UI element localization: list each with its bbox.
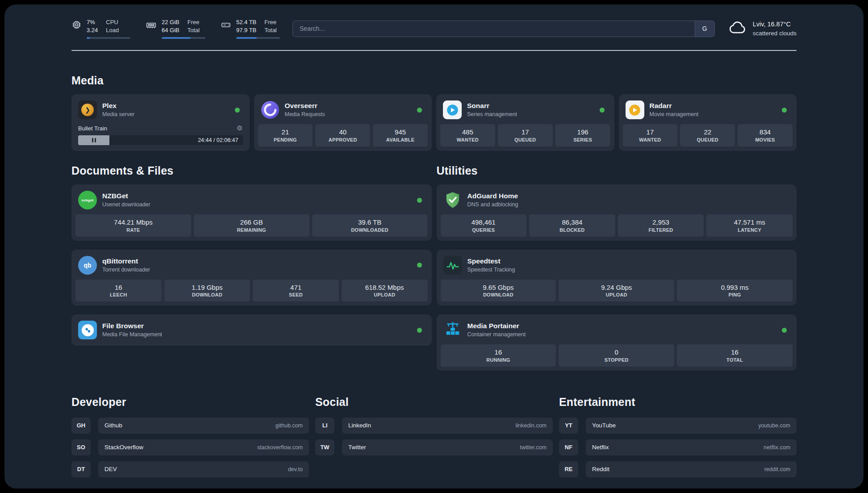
playback-progress-bar[interactable]: 24:44 / 02:06:47 [78, 135, 243, 145]
app-name: Radarr [650, 101, 699, 111]
app-name: qBittorrent [102, 257, 150, 266]
bookmark-pill: DEV dev.to [98, 461, 309, 477]
stat-box: 2,953 FILTERED [618, 214, 704, 237]
bookmark-abbr: LI [315, 418, 334, 434]
app-name: Media Portainer [467, 322, 526, 331]
app-card-speedtest[interactable]: Speedtest Speedtest Tracking 9.65 Gbps D… [437, 250, 797, 306]
documents-section-title: Documents & Files [71, 164, 432, 177]
status-dot [417, 263, 422, 267]
bookmark-abbr: RE [559, 461, 578, 477]
cpu-label: CPU [106, 18, 119, 26]
search-engine-button[interactable]: G [695, 21, 714, 37]
bookmark-pill: Github github.com [98, 418, 309, 434]
memory-progress-bar [162, 37, 205, 39]
filebrowser-icon [78, 321, 97, 339]
section-entertainment: Entertainment YT YouTube youtube.com NF … [559, 396, 797, 477]
stat-box: 40 APPROVED [315, 124, 370, 146]
section-developer: Developer GH Github github.com SO StackO… [71, 396, 309, 477]
app-card-adguard[interactable]: AdGuard Home DNS and adblocking 498,461 … [437, 184, 797, 241]
status-dot [417, 108, 422, 113]
stat-box: 22 QUEUED [680, 124, 735, 146]
pause-icon[interactable] [92, 138, 96, 142]
overseerr-icon [261, 100, 280, 119]
bookmark-netflix[interactable]: NF Netflix netflix.com [559, 439, 797, 455]
stat-box: 9.65 Gbps DOWNLOAD [441, 280, 556, 302]
bookmark-pill: StackOverflow stackoverflow.com [98, 439, 309, 455]
app-name: Speedtest [467, 257, 515, 266]
stat-box: 47.571 ms LATENCY [706, 214, 793, 237]
dashboard: 7% 3.24 CPU Load [4, 4, 864, 489]
app-name: Plex [102, 101, 134, 111]
bookmark-stackoverflow[interactable]: SO StackOverflow stackoverflow.com [71, 439, 309, 455]
stat-box: 471 SEED [253, 280, 339, 302]
section-social: Social LI LinkedIn linkedin.com TW Twitt… [315, 396, 553, 455]
bookmark-pill: Twitter twitter.com [342, 439, 553, 455]
app-desc: Usenet downloader [102, 201, 150, 209]
section-media: Media ❯ Plex Media server Bullet Train ⚙ [71, 74, 797, 151]
bookmark-youtube[interactable]: YT YouTube youtube.com [559, 418, 797, 434]
cpu-percent: 7% [87, 18, 98, 26]
section-documents: Documents & Files nzbget NZBGet Usenet d… [71, 164, 432, 371]
disk-free-value: 52.4 TB [236, 18, 256, 26]
topbar-divider [71, 50, 797, 51]
status-dot [235, 108, 240, 113]
app-desc: Media server [102, 111, 134, 118]
app-desc: Series management [467, 111, 517, 118]
app-card-radarr[interactable]: Radarr Movie management 17 WANTED 22 QUE… [619, 94, 797, 151]
stat-box: 945 AVAILABLE [373, 124, 428, 146]
stat-box: 485 WANTED [440, 124, 495, 146]
status-dot [417, 328, 422, 333]
playback-time: 24:44 / 02:06:47 [198, 137, 238, 143]
stat-box: 9.24 Gbps UPLOAD [559, 280, 674, 302]
cpu-icon [71, 20, 82, 32]
bookmark-pill: YouTube youtube.com [586, 418, 797, 434]
app-card-filebrowser[interactable]: File Browser Media File Management [71, 314, 432, 346]
stat-box: 618.52 Mbps UPLOAD [342, 280, 428, 302]
bookmark-dev[interactable]: DT DEV dev.to [71, 461, 309, 477]
memory-free-value: 22 GiB [162, 18, 179, 26]
stat-box: 0 STOPPED [559, 344, 674, 367]
adguard-icon [443, 191, 462, 209]
bookmark-abbr: NF [559, 439, 578, 455]
bookmark-pill: LinkedIn linkedin.com [342, 418, 553, 434]
gear-icon[interactable]: ⚙ [237, 124, 242, 132]
weather-condition: scattered clouds [753, 29, 797, 38]
developer-section-title: Developer [71, 396, 309, 409]
app-desc: Torrent downloader [102, 266, 150, 274]
weather-location: Lviv, 16.87°C [753, 20, 797, 29]
app-card-qbittorrent[interactable]: qb qBittorrent Torrent downloader 16 LEE… [71, 250, 432, 306]
stat-box: 834 MOVIES [738, 124, 793, 146]
disk-free-label: Free [264, 18, 276, 26]
plex-icon: ❯ [78, 100, 97, 119]
stat-box: 17 QUEUED [498, 124, 553, 146]
search-input[interactable] [293, 21, 695, 37]
stat-box: 16 LEECH [75, 280, 162, 302]
cpu-load-value: 3.24 [87, 26, 98, 34]
disk-icon [221, 20, 231, 32]
bookmark-twitter[interactable]: TW Twitter twitter.com [315, 439, 553, 455]
status-dot [600, 108, 605, 113]
app-card-sonarr[interactable]: Sonarr Series management 485 WANTED 17 Q… [436, 94, 614, 151]
stat-box: 196 SERIES [555, 124, 610, 146]
status-dot [782, 108, 787, 113]
system-stats: 7% 3.24 CPU Load [71, 18, 280, 39]
bookmark-linkedin[interactable]: LI LinkedIn linkedin.com [315, 418, 553, 434]
bookmark-github[interactable]: GH Github github.com [71, 418, 309, 434]
portainer-icon [443, 321, 462, 339]
app-card-overseerr[interactable]: Overseerr Media Requests 21 PENDING 40 A… [254, 94, 432, 151]
app-card-nzbget[interactable]: nzbget NZBGet Usenet downloader 744.21 M… [71, 184, 432, 241]
weather-widget: Lviv, 16.87°C scattered clouds [727, 18, 797, 39]
app-card-plex[interactable]: ❯ Plex Media server Bullet Train ⚙ [71, 94, 250, 151]
stat-box: 86,384 BLOCKED [529, 214, 615, 237]
app-card-portainer[interactable]: Media Portainer Container management 16 … [437, 314, 797, 371]
social-section-title: Social [315, 396, 553, 409]
disk-total-label: Total [264, 26, 276, 34]
app-desc: DNS and adblocking [467, 201, 518, 209]
bookmark-reddit[interactable]: RE Reddit reddit.com [559, 461, 797, 477]
app-desc: Media Requests [285, 111, 325, 118]
app-desc: Container management [467, 331, 526, 338]
stat-box: 17 WANTED [623, 124, 678, 146]
search-bar: G [292, 21, 715, 37]
cpu-progress-bar [87, 37, 130, 39]
stat-box: 21 PENDING [258, 124, 313, 146]
